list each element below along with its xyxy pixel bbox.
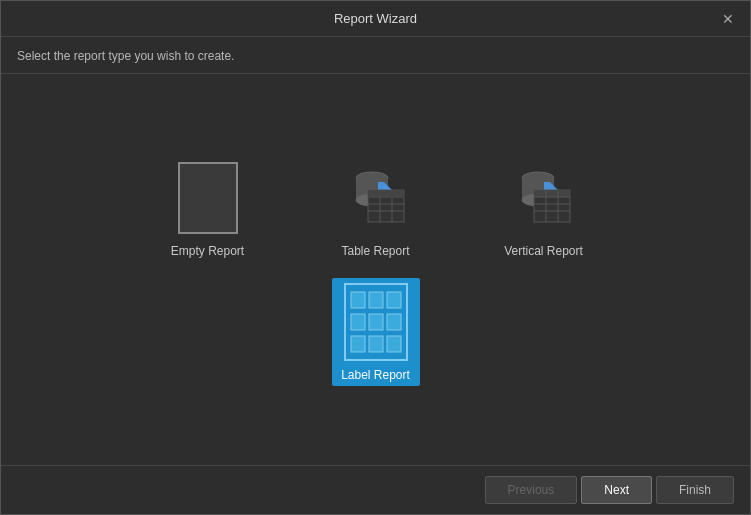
dialog-title: Report Wizard [33,11,718,26]
svg-rect-32 [387,314,401,330]
svg-rect-30 [351,314,365,330]
next-button[interactable]: Next [581,476,652,504]
svg-rect-34 [369,336,383,352]
report-item-vertical[interactable]: Vertical Report [500,154,588,262]
vertical-report-icon [508,162,580,234]
table-report-label: Table Report [341,244,409,258]
svg-rect-11 [368,190,380,197]
empty-report-icon-box [168,158,248,238]
footer: Previous Next Finish [1,465,750,514]
subtitle-text: Select the report type you wish to creat… [17,49,234,63]
report-item-table[interactable]: Table Report [332,154,420,262]
svg-rect-29 [387,292,401,308]
report-row-1: Empty Report [164,154,588,262]
svg-rect-28 [369,292,383,308]
finish-button[interactable]: Finish [656,476,734,504]
svg-rect-18 [544,182,550,190]
previous-button[interactable]: Previous [485,476,578,504]
report-item-empty[interactable]: Empty Report [164,154,252,262]
report-wizard-dialog: Report Wizard ✕ Select the report type y… [0,0,751,515]
report-grid: Empty Report [164,154,588,386]
vertical-report-icon-box [504,158,584,238]
table-report-icon-box [336,158,416,238]
content-area: Empty Report [1,74,750,465]
vertical-report-label: Vertical Report [504,244,583,258]
label-report-label: Label Report [341,368,410,382]
table-report-icon [340,162,412,234]
label-report-icon [343,282,409,362]
subtitle-bar: Select the report type you wish to creat… [1,37,750,74]
svg-rect-12 [380,190,392,197]
svg-rect-13 [392,190,404,197]
report-row-2: Label Report [332,278,420,386]
svg-rect-33 [351,336,365,352]
empty-report-icon [178,162,238,234]
svg-rect-35 [387,336,401,352]
report-item-label[interactable]: Label Report [332,278,420,386]
title-bar: Report Wizard ✕ [1,1,750,37]
close-button[interactable]: ✕ [718,9,738,29]
svg-rect-27 [351,292,365,308]
empty-report-label: Empty Report [171,244,244,258]
svg-rect-20 [534,190,570,197]
svg-rect-31 [369,314,383,330]
svg-rect-4 [378,182,384,190]
label-report-icon-box [336,282,416,362]
